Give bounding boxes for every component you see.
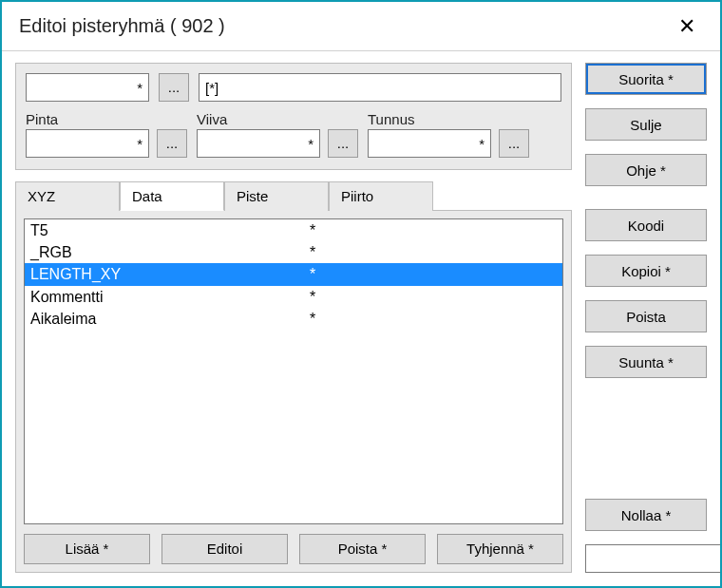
tunnus-browse-button[interactable]: ... — [499, 129, 529, 158]
list-item-value: * — [310, 286, 557, 308]
poista-button[interactable]: Poista * — [299, 534, 426, 564]
filter-panel: ... Pinta ... Viiva ... — [15, 63, 572, 170]
viiva-field-group: Viiva ... — [197, 111, 358, 158]
browse-button-1[interactable]: ... — [159, 73, 189, 102]
data-tab-panel: T5*_RGB*LENGTH_XY*Kommentti*Aikaleima* L… — [15, 210, 572, 573]
data-listbox[interactable]: T5*_RGB*LENGTH_XY*Kommentti*Aikaleima* — [24, 218, 563, 524]
nollaa-button[interactable]: Nollaa * — [585, 499, 707, 531]
tab-data[interactable]: Data — [120, 181, 224, 211]
list-item-name: Kommentti — [30, 286, 310, 308]
kopioi-button[interactable]: Kopioi * — [585, 255, 707, 287]
list-item-value: * — [310, 219, 557, 241]
list-item[interactable]: Kommentti* — [25, 286, 562, 308]
list-item-value: * — [310, 308, 557, 330]
list-item-name: Aikaleima — [30, 308, 310, 330]
left-column: ... Pinta ... Viiva ... — [15, 63, 572, 573]
lisaa-button[interactable]: Lisää * — [24, 534, 150, 564]
dialog-body: ... Pinta ... Viiva ... — [2, 51, 720, 586]
list-item[interactable]: Aikaleima* — [25, 308, 562, 330]
tab-strip: XYZ Data Piste Piirto — [15, 181, 572, 211]
tyhjenna-button[interactable]: Tyhjennä * — [437, 534, 563, 564]
suunta-button[interactable]: Suunta * — [585, 346, 707, 378]
list-item-value: * — [310, 263, 557, 285]
pinta-input[interactable] — [26, 129, 149, 158]
pinta-field-group: Pinta ... — [26, 111, 187, 158]
list-action-row: Lisää * Editoi Poista * Tyhjennä * — [24, 534, 563, 564]
viiva-browse-button[interactable]: ... — [328, 129, 358, 158]
viiva-input[interactable] — [197, 129, 320, 158]
viiva-label: Viiva — [197, 111, 358, 127]
pinta-browse-button[interactable]: ... — [157, 129, 187, 158]
list-item[interactable]: T5* — [25, 219, 562, 241]
close-icon[interactable]: ✕ — [671, 12, 703, 41]
suorita-button[interactable]: Suorita * — [585, 63, 707, 95]
side-text-input[interactable] — [585, 544, 722, 573]
editoi-button[interactable]: Editoi — [162, 534, 288, 564]
tab-xyz[interactable]: XYZ — [15, 181, 120, 211]
tab-piste[interactable]: Piste — [224, 181, 329, 211]
tunnus-input[interactable] — [368, 129, 491, 158]
list-item-name: T5 — [30, 219, 310, 241]
list-item-value: * — [310, 241, 557, 263]
tabbed-area: XYZ Data Piste Piirto T5*_RGB*LENGTH_XY*… — [15, 181, 572, 573]
titlebar: Editoi pisteryhmä ( 902 ) ✕ — [2, 2, 720, 51]
list-item[interactable]: _RGB* — [25, 241, 562, 263]
koodi-button[interactable]: Koodi — [585, 209, 707, 241]
tunnus-label: Tunnus — [368, 111, 529, 127]
right-column: Suorita * Sulje Ohje * Koodi Kopioi * Po… — [585, 63, 707, 573]
list-item-name: LENGTH_XY — [30, 263, 310, 285]
sulje-button[interactable]: Sulje — [585, 108, 707, 141]
side-bottom-row: X — [585, 544, 707, 573]
list-item-name: _RGB — [30, 241, 310, 263]
ohje-button[interactable]: Ohje * — [585, 154, 707, 186]
side-spacer — [585, 391, 707, 485]
tab-piirto[interactable]: Piirto — [329, 181, 433, 211]
tunnus-field-group: Tunnus ... — [368, 111, 529, 158]
poista-side-button[interactable]: Poista — [585, 300, 707, 332]
dialog-title: Editoi pisteryhmä ( 902 ) — [19, 15, 225, 37]
filter-field-1[interactable] — [26, 73, 149, 102]
pinta-label: Pinta — [26, 111, 187, 127]
filter-field-2[interactable] — [199, 73, 561, 102]
list-item[interactable]: LENGTH_XY* — [25, 263, 562, 285]
